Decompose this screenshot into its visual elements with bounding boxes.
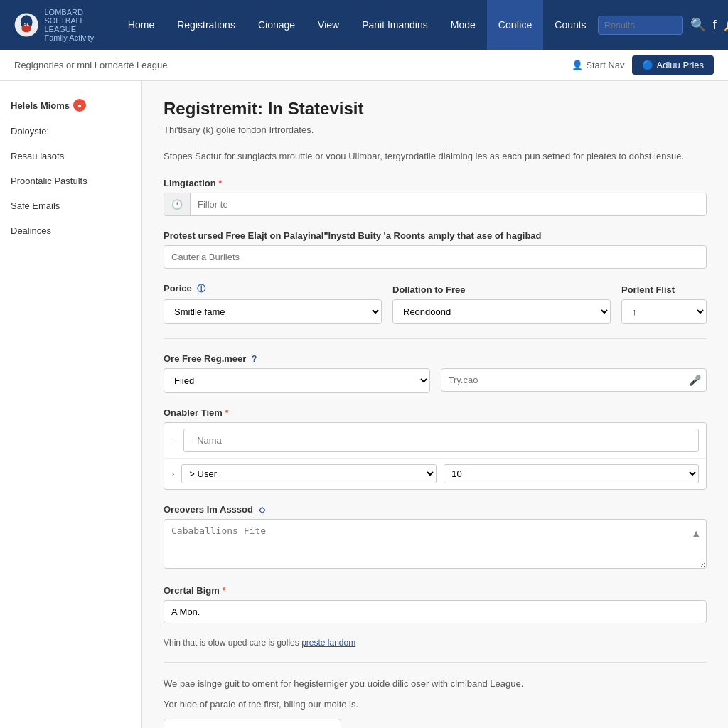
header: SL LOMBARD SOFTBALL LEAGUE Family Activi…: [0, 0, 728, 50]
porice-row: Porice ⓘ Smitlle fame Dollation to Free …: [164, 283, 707, 324]
user-icon: 👤: [572, 60, 583, 70]
content: Registremit: In Statevisit Thi'tlsary (k…: [142, 81, 728, 728]
orcrtal-group: Orcrtal Bigm *: [164, 585, 707, 623]
search-input[interactable]: [598, 16, 683, 35]
nav-panit[interactable]: Panit Imandins: [350, 0, 439, 50]
porice-label: Porice ⓘ: [164, 283, 382, 295]
breadcrumb-bar: Regignories or mnl Lorndarté League 👤 St…: [0, 50, 728, 81]
required-star-3: *: [222, 585, 225, 596]
field-select-col: Fiied: [164, 368, 430, 393]
onabler-label: Onabler Tiem *: [164, 407, 707, 418]
oreovers-input-wrapper: ▲: [164, 519, 707, 571]
dollation-select[interactable]: Reondoond: [392, 299, 611, 324]
season-select-wrapper: nuessed the roand hext: [164, 719, 341, 729]
porlent-group: Porlent Flist ↑: [621, 284, 707, 324]
trycao-col: 🎤: [441, 368, 707, 393]
limgaction-group: Limgtaction * 🕐: [164, 178, 707, 216]
note-text: Vhin that is olow uped care is golles pr…: [164, 638, 707, 648]
clock-icon: 🕐: [164, 193, 191, 215]
sidebar-item-helels[interactable]: Helels Mioms ●: [0, 92, 141, 119]
search-icon[interactable]: 🔍: [690, 17, 706, 33]
ore-free-label: Ore Free Reg.meer ?: [164, 353, 707, 364]
main-layout: Helels Mioms ● Doloyste: Resau lasots Pr…: [0, 81, 728, 728]
ore-free-inputs: Fiied 🎤: [164, 368, 707, 393]
nav-cionage[interactable]: Cionage: [247, 0, 306, 50]
sidebar-item-dealinces[interactable]: Dealinces: [0, 218, 141, 243]
page-description: Stopes Sactur for sunglacts mrouttle or …: [164, 149, 707, 164]
svg-text:SL: SL: [24, 22, 30, 26]
oreovers-group: Oreovers Im Asssod ◇ ▲: [164, 504, 707, 571]
protest-label: Protest ursed Free Elajt on Palayinal"In…: [164, 230, 707, 241]
porlent-label: Porlent Flist: [621, 284, 707, 295]
scroll-icon: ▲: [691, 528, 701, 539]
dollation-group: Dollation to Free Reondoond: [392, 284, 611, 324]
onabler-group: Onabler Tiem * – › > User 10: [164, 407, 707, 490]
field-select[interactable]: Fiied: [164, 368, 430, 393]
trycao-input[interactable]: [441, 368, 707, 392]
protest-group: Protest ursed Free Elajt on Palayinal"In…: [164, 230, 707, 269]
season-group: nuessed the roand hext: [164, 719, 707, 729]
sidebar-badge: ●: [73, 99, 86, 112]
note-link[interactable]: preste landom: [301, 638, 355, 648]
onabler-nested: – › > User 10: [164, 422, 707, 490]
mic-icon: 🎤: [689, 375, 701, 386]
start-nav-button[interactable]: 👤 Start Nav: [572, 60, 624, 70]
orcrtal-input[interactable]: [164, 600, 707, 623]
nav-mode[interactable]: Mode: [439, 0, 487, 50]
onabler-user-select[interactable]: > User: [181, 464, 437, 483]
logo-text: LOMBARD SOFTBALL LEAGUE Family Activity: [44, 8, 95, 42]
nav-counts[interactable]: Counts: [543, 0, 597, 50]
agreement-1: We pae islnge guit to oment for hegister…: [164, 677, 707, 691]
main-nav: Home Registrations Cionage View Panit Im…: [117, 0, 598, 50]
divider-1: [164, 338, 707, 339]
orcrtal-label: Orcrtal Bigm *: [164, 585, 707, 596]
ore-free-help-icon[interactable]: ?: [252, 354, 257, 364]
onabler-user-row: › > User 10: [164, 459, 706, 489]
nav-view[interactable]: View: [306, 0, 350, 50]
limgaction-input[interactable]: [191, 193, 706, 215]
sidebar-item-resau[interactable]: Resau lasots: [0, 144, 141, 168]
chevron-right-icon: ›: [171, 469, 174, 479]
bell-icon[interactable]: 🔔: [724, 17, 728, 33]
admin-circle-icon: 🔵: [642, 60, 653, 70]
nav-home[interactable]: Home: [117, 0, 166, 50]
dash-icon: –: [171, 435, 176, 446]
logo-icon: SL: [14, 7, 38, 43]
logo: SL LOMBARD SOFTBALL LEAGUE Family Activi…: [14, 7, 95, 43]
season-select[interactable]: nuessed the roand hext: [164, 719, 341, 729]
oreovers-textarea[interactable]: [164, 519, 707, 569]
porice-help-icon[interactable]: ⓘ: [197, 284, 205, 294]
dollation-label: Dollation to Free: [392, 284, 611, 295]
facebook-icon[interactable]: f: [713, 18, 717, 33]
sidebar-item-proontalic[interactable]: Proontalic Pastults: [0, 168, 141, 193]
page-subtitle: Thi'tlsary (k) golie fondon Irtrordates.: [164, 124, 707, 135]
breadcrumb: Regignories or mnl Lorndarté League: [14, 60, 167, 70]
protest-input[interactable]: [164, 245, 707, 269]
logo-line2: SOFTBALL LEAGUE: [44, 16, 95, 33]
ore-free-group: Ore Free Reg.meer ? Fiied 🎤: [164, 353, 707, 393]
logo-line1: LOMBARD: [44, 8, 95, 16]
sidebar-item-doloyste[interactable]: Doloyste:: [0, 119, 141, 144]
porice-select[interactable]: Smitlle fame: [164, 299, 382, 324]
required-star: *: [218, 178, 222, 188]
breadcrumb-actions: 👤 Start Nav 🔵 Adiuu Pries: [572, 55, 714, 75]
nav-confice[interactable]: Confice: [487, 0, 543, 50]
sidebar: Helels Mioms ● Doloyste: Resau lasots Pr…: [0, 81, 142, 728]
oreovers-label: Oreovers Im Asssod ◇: [164, 504, 707, 515]
sidebar-item-safe-emails[interactable]: Safe Emails: [0, 193, 141, 218]
admin-button[interactable]: 🔵 Adiuu Pries: [632, 55, 714, 75]
header-right: 🔍 f 🔔: [598, 16, 728, 35]
logo-line3: Family Activity: [44, 33, 95, 42]
agreement-2: Yor hide of parale of the first, biling …: [164, 697, 707, 712]
porice-group: Porice ⓘ Smitlle fame: [164, 283, 382, 324]
onabler-name-row: –: [164, 423, 706, 459]
onabler-name-input[interactable]: [183, 429, 699, 452]
oreovers-help-icon[interactable]: ◇: [259, 505, 265, 515]
limgaction-input-wrapper: 🕐: [164, 193, 707, 216]
porlent-select[interactable]: ↑: [621, 299, 707, 324]
page-title: Registremit: In Statevisit: [164, 99, 707, 119]
onabler-num-select[interactable]: 10: [444, 464, 699, 483]
divider-2: [164, 662, 707, 663]
limgaction-label: Limgtaction *: [164, 178, 707, 188]
nav-registrations[interactable]: Registrations: [166, 0, 247, 50]
